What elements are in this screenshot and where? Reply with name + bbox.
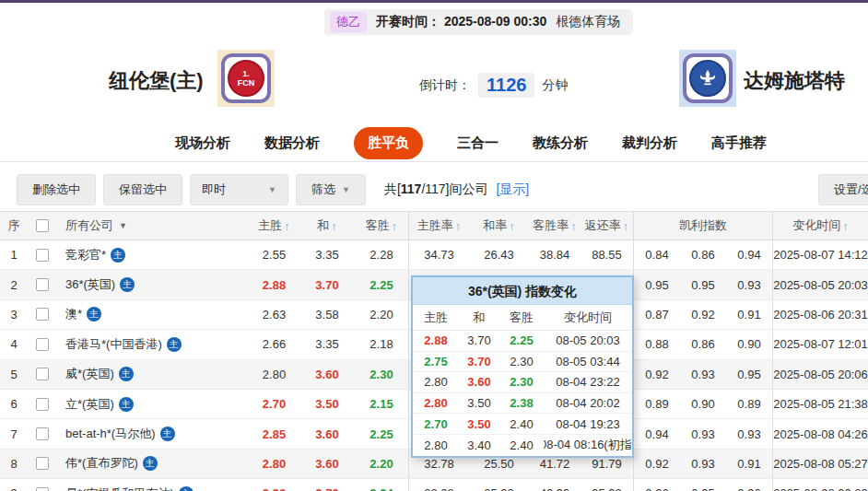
kelly-home: 0.94 (633, 419, 680, 448)
delete-selected-button[interactable]: 删除选中 (17, 174, 96, 205)
chevron-down-icon: ▼ (268, 185, 276, 194)
company-cell[interactable]: 香港马*(中国香港) 主 (57, 330, 249, 358)
header-away-rate[interactable]: 客胜率↑ (529, 212, 581, 240)
rate-return: 88.55 (581, 240, 633, 269)
odds-home: 2.55 (249, 240, 299, 269)
odds-away: 2.15 (355, 390, 408, 418)
home-team-name: 纽伦堡(主) (109, 67, 204, 95)
row-checkbox[interactable] (36, 278, 49, 291)
header-kelly: 凯利指数 (633, 212, 772, 240)
kelly-draw: 0.90 (680, 390, 726, 418)
row-number: 8 (0, 450, 28, 478)
chevron-down-icon: ▼ (342, 185, 350, 194)
popup-header-time: 变化时间 (544, 305, 632, 330)
row-checkbox[interactable] (36, 368, 49, 380)
tab-data-analysis[interactable]: 数据分析 (264, 134, 320, 152)
kelly-away: 0.91 (726, 300, 772, 329)
popup-odds-away: 2.30 (499, 352, 544, 372)
header-draw-rate[interactable]: 和率↑ (469, 212, 529, 240)
popup-odds-away: 2.25 (499, 331, 544, 351)
header-home-rate[interactable]: 主胜率↑ (408, 212, 469, 240)
company-cell[interactable]: 伟*(直布罗陀) 主 (57, 450, 249, 478)
tab-coach-analysis[interactable]: 教练分析 (533, 134, 588, 152)
row-checkbox[interactable] (36, 308, 49, 321)
odds-away: 2.18 (355, 330, 408, 358)
row-checkbox-cell (28, 450, 57, 478)
rate-return: 95.93 (581, 479, 633, 491)
kelly-home: 0.92 (633, 360, 680, 389)
tab-live-analysis[interactable]: 现场分析 (175, 134, 230, 152)
tab-expert-recommend[interactable]: 高手推荐 (711, 134, 767, 152)
kelly-draw: 0.95 (680, 479, 726, 491)
kelly-draw: 0.86 (680, 330, 726, 358)
odds-away: 2.20 (355, 450, 408, 478)
change-time: 2025-08-05 21:38 (772, 390, 868, 418)
rate-away: 40.99 (529, 479, 581, 491)
popup-change-time: 08-04 19:23 (544, 414, 632, 434)
odds-away: 2.25 (355, 270, 408, 298)
odds-comparison-page: 德乙 开赛时间： 2025-08-09 00:30 根德体育场 纽伦堡(主) 1… (0, 0, 868, 491)
kelly-home: 0.89 (633, 390, 680, 418)
kelly-draw: 0.92 (680, 300, 726, 329)
odds-home: 2.85 (249, 419, 299, 448)
row-checkbox[interactable] (36, 398, 49, 411)
company-name: 36*(英国) (65, 276, 115, 293)
show-link[interactable]: [显示] (496, 181, 529, 196)
sort-up-icon: ↑ (284, 219, 290, 233)
countdown-unit: 分钟 (542, 77, 568, 94)
kelly-draw: 0.93 (680, 419, 726, 448)
header-home-odds[interactable]: 主胜↑ (249, 212, 299, 240)
table-row[interactable]: 9 易*(安提瓜和巴布达) 主 2.90 3.70 2.34 33.08 25.… (0, 479, 868, 491)
row-checkbox[interactable] (36, 457, 49, 470)
tab-win-draw-lose[interactable]: 胜平负 (354, 127, 423, 159)
sort-up-icon: ↑ (331, 219, 337, 233)
kelly-home: 0.87 (633, 300, 680, 329)
settings-select-button[interactable]: 设置/选择 (818, 174, 868, 205)
header-return-rate[interactable]: 返还率↑ (581, 212, 633, 240)
row-checkbox-cell (28, 270, 57, 298)
popup-odds-away: 2.40 (499, 414, 544, 434)
row-checkbox[interactable] (36, 487, 49, 491)
league-badge: 德乙 (330, 12, 367, 32)
company-cell[interactable]: 威*(英国) 主 (57, 360, 249, 389)
row-checkbox[interactable] (36, 249, 49, 262)
odds-change-popup: 36*(英国) 指数变化 主胜 和 客胜 变化时间 2.88 3.70 2.25… (411, 275, 634, 458)
change-time: 2025-08-08 05:27 (772, 450, 868, 478)
company-cell[interactable]: 澳* 主 (57, 300, 249, 329)
header-checkbox-cell (28, 212, 57, 240)
company-cell[interactable]: 立*(英国) 主 (57, 390, 249, 418)
tab-referee-analysis[interactable]: 裁判分析 (622, 134, 677, 152)
odds-draw: 3.70 (299, 270, 355, 298)
sort-up-icon: ↑ (455, 219, 462, 233)
odds-home: 2.80 (249, 450, 299, 478)
odds-away: 2.25 (355, 419, 408, 448)
table-row[interactable]: 1 竞彩官* 主 2.55 3.35 2.28 34.73 26.43 38.8… (0, 240, 868, 270)
change-time: 2025-08-05 20:03 (772, 270, 868, 298)
instant-dropdown[interactable]: 即时 ▼ (190, 174, 288, 205)
home-badge-icon: 主 (111, 248, 125, 263)
home-badge-icon: 主 (179, 486, 194, 491)
row-checkbox[interactable] (36, 338, 49, 351)
home-crest-icon: 1.FCN (228, 60, 264, 97)
kelly-away: 0.90 (726, 330, 772, 358)
popup-header: 主胜 和 客胜 变化时间 (413, 305, 632, 331)
kickoff-label: 开赛时间： (376, 14, 440, 29)
filter-dropdown[interactable]: 筛选 ▼ (296, 174, 366, 205)
company-cell[interactable]: 竞彩官* 主 (57, 240, 249, 269)
odds-home: 2.90 (249, 479, 299, 491)
company-cell[interactable]: 36*(英国) 主 (57, 270, 249, 298)
header-seq: 序 (0, 212, 28, 240)
select-all-checkbox[interactable] (36, 219, 49, 232)
row-checkbox[interactable] (36, 427, 49, 440)
header-change-time[interactable]: 变化时间↑ (772, 212, 868, 240)
tab-three-in-one[interactable]: 三合一 (457, 134, 499, 152)
company-cell[interactable]: 易*(安提瓜和巴布达) 主 (57, 479, 249, 491)
header-draw-odds[interactable]: 和↑ (299, 212, 355, 240)
popup-odds-away: 2.40 (499, 435, 544, 456)
header-away-odds[interactable]: 客胜↑ (355, 212, 408, 240)
keep-selected-button[interactable]: 保留选中 (103, 174, 182, 205)
company-cell[interactable]: bet-at-h*(马尔他) 主 (57, 419, 249, 448)
home-badge-icon: 主 (119, 367, 134, 381)
header-company[interactable]: 所有公司 ▼ (57, 212, 249, 240)
odds-home: 2.66 (249, 330, 299, 358)
